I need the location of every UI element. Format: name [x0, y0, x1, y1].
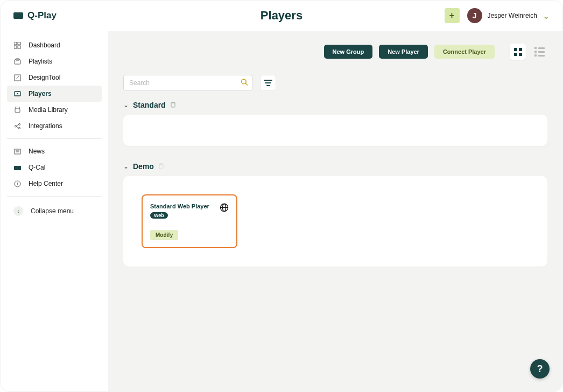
sidebar-item-designtool[interactable]: DesignTool	[7, 69, 102, 86]
group-header-demo[interactable]: ⌄ Demo	[123, 162, 547, 171]
sidebar-item-playlists[interactable]: Playlists	[7, 53, 102, 69]
trash-icon[interactable]	[158, 163, 164, 171]
svg-point-8	[17, 93, 18, 94]
svg-point-11	[18, 123, 20, 125]
list-icon	[534, 47, 545, 57]
search-icon[interactable]	[241, 79, 248, 88]
sidebar-item-label: Media Library	[29, 106, 68, 114]
svg-point-12	[18, 127, 20, 129]
svg-text:i: i	[17, 181, 18, 186]
svg-rect-2	[14, 46, 17, 48]
page-title: Players	[261, 9, 302, 23]
sidebar-item-dashboard[interactable]: Dashboard	[7, 37, 102, 53]
brand-name: Q-Play	[27, 10, 57, 21]
group-header-standard[interactable]: ⌄ Standard	[123, 101, 547, 109]
filter-icon	[264, 80, 272, 86]
brand-logo[interactable]: Q-Play	[13, 10, 57, 21]
header-right: + J Jesper Weinreich ⌄	[445, 8, 550, 23]
new-player-button[interactable]: New Player	[379, 45, 428, 59]
help-fab[interactable]: ?	[530, 359, 550, 379]
dashboard-icon	[13, 41, 21, 49]
sidebar-item-label: Dashboard	[29, 41, 60, 49]
svg-rect-1	[18, 42, 20, 45]
view-toggle	[510, 44, 547, 60]
news-icon	[13, 148, 21, 155]
chevron-down-icon[interactable]: ⌄	[123, 101, 129, 109]
sidebar-item-label: Players	[29, 90, 52, 97]
sidebar-item-label: DesignTool	[29, 74, 60, 81]
svg-point-10	[15, 125, 16, 127]
modify-button[interactable]: Modify	[150, 230, 178, 240]
chevron-down-icon[interactable]: ⌄	[123, 163, 129, 170]
main-content: New Group New Player Connect Player	[108, 31, 562, 391]
search-input[interactable]	[123, 75, 252, 91]
player-card-tag: Web	[150, 212, 168, 219]
sidebar-item-label: Integrations	[29, 122, 62, 130]
header: Q-Play Players + J Jesper Weinreich ⌄	[1, 1, 562, 31]
group-title: Demo	[133, 162, 154, 171]
player-card[interactable]: Standard Web Player Web Modify	[142, 194, 237, 248]
svg-rect-21	[171, 103, 175, 107]
group-title: Standard	[133, 101, 166, 109]
filter-button[interactable]	[260, 75, 276, 91]
sidebar-divider	[7, 138, 102, 139]
sidebar: Dashboard Playlists DesignTool Players	[1, 31, 108, 391]
sidebar-item-integrations[interactable]: Integrations	[7, 118, 102, 134]
sidebar-item-news[interactable]: News	[7, 143, 102, 159]
media-library-icon	[13, 106, 21, 114]
sidebar-item-qcal[interactable]: Q-Cal	[7, 159, 102, 176]
qcal-icon	[13, 164, 21, 171]
user-menu[interactable]: J Jesper Weinreich ⌄	[467, 8, 550, 23]
globe-icon	[220, 203, 229, 214]
svg-rect-9	[15, 108, 20, 113]
player-card-name: Standard Web Player	[150, 203, 209, 209]
svg-rect-3	[18, 46, 20, 48]
chevron-left-icon: ‹	[13, 206, 23, 216]
svg-line-20	[245, 83, 248, 86]
grid-view-button[interactable]	[510, 44, 526, 60]
sidebar-item-players[interactable]: Players	[7, 86, 102, 102]
user-name: Jesper Weinreich	[488, 12, 537, 19]
sidebar-item-media-library[interactable]: Media Library	[7, 102, 102, 118]
playlists-icon	[13, 58, 21, 65]
search-box	[123, 75, 252, 91]
sidebar-item-label: News	[29, 148, 45, 155]
sidebar-divider	[7, 196, 102, 197]
search-row	[123, 75, 547, 91]
integrations-icon	[13, 122, 21, 130]
toolbar: New Group New Player Connect Player	[123, 44, 547, 60]
list-view-button[interactable]	[531, 44, 547, 60]
new-group-button[interactable]: New Group	[324, 45, 373, 59]
collapse-menu-button[interactable]: ‹ Collapse menu	[7, 202, 102, 220]
logo-icon	[13, 12, 23, 19]
group-panel-standard	[123, 115, 547, 146]
grid-icon	[514, 48, 522, 56]
svg-point-19	[242, 79, 246, 83]
chevron-down-icon[interactable]: ⌄	[543, 11, 550, 21]
sidebar-item-help-center[interactable]: i Help Center	[7, 176, 102, 192]
sidebar-item-label: Help Center	[29, 180, 63, 187]
help-center-icon: i	[13, 180, 21, 187]
add-button[interactable]: +	[445, 8, 460, 23]
connect-player-button[interactable]: Connect Player	[434, 45, 495, 59]
designtool-icon	[13, 74, 21, 81]
avatar: J	[467, 8, 482, 23]
sidebar-item-label: Playlists	[29, 58, 52, 65]
trash-icon[interactable]	[170, 101, 176, 109]
svg-rect-24	[159, 164, 163, 169]
sidebar-item-label: Q-Cal	[29, 164, 45, 171]
svg-rect-16	[14, 166, 21, 170]
svg-rect-0	[14, 42, 17, 45]
players-icon	[13, 90, 21, 97]
group-panel-demo: Standard Web Player Web Modify	[123, 176, 547, 267]
collapse-menu-label: Collapse menu	[31, 207, 74, 215]
